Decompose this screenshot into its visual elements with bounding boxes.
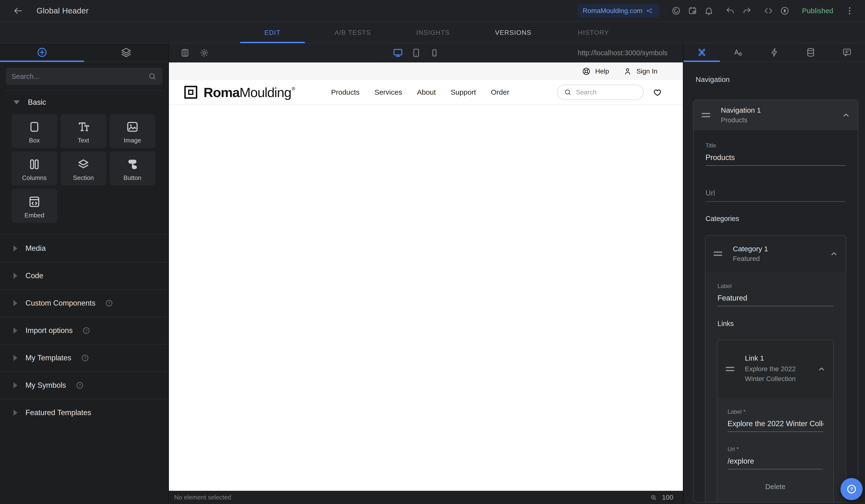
redo-icon[interactable] — [742, 6, 752, 16]
app-root: Global Header RomaMoulding.com Published — [0, 0, 865, 504]
group-my-templates[interactable]: My Templates ? — [0, 344, 168, 371]
group-my-symbols[interactable]: My Symbols ? — [0, 371, 168, 399]
category-card: Category 1 Featured Label Featured Links — [705, 235, 846, 503]
canvas-status-bar: No element selected 100 — [169, 491, 683, 504]
url-field[interactable]: Url — [693, 189, 858, 202]
device-phone-icon[interactable] — [429, 47, 440, 58]
link-url-value[interactable]: /explore — [728, 457, 823, 466]
site-signin-link[interactable]: Sign In — [636, 68, 657, 75]
target-icon[interactable] — [671, 6, 681, 16]
component-embed[interactable]: Embed — [12, 189, 57, 223]
title-field[interactable]: Title Products — [693, 142, 858, 166]
layers-icon — [120, 47, 132, 58]
drag-handle-icon[interactable] — [702, 113, 710, 117]
svg-text:?: ? — [85, 329, 88, 333]
component-columns[interactable]: Columns — [12, 151, 57, 186]
site-nav-support[interactable]: Support — [451, 88, 476, 96]
help-fab-button[interactable]: ? — [841, 478, 863, 500]
svg-text:?: ? — [108, 301, 110, 305]
link-url-field[interactable]: Url * /explore — [717, 446, 833, 469]
undo-icon[interactable] — [726, 6, 735, 16]
site-nav-services[interactable]: Services — [374, 88, 402, 96]
component-image[interactable]: Image — [109, 114, 155, 148]
canvas-toolbar: http://localhost:3000/symbols — [169, 43, 683, 62]
component-section[interactable]: Section — [60, 151, 106, 186]
group-custom-components[interactable]: Custom Components ? — [0, 289, 168, 317]
drag-handle-icon[interactable] — [714, 251, 722, 256]
link-card-header[interactable]: Link 1 Explore the 2022 Winter Collectio… — [717, 340, 833, 398]
category-label-value[interactable]: Featured — [717, 294, 834, 303]
code-icon[interactable] — [764, 6, 773, 16]
group-code[interactable]: Code — [0, 262, 168, 289]
theme-sun-icon[interactable] — [199, 48, 209, 58]
more-menu-icon[interactable] — [845, 6, 854, 16]
zoom-control[interactable]: 100 — [650, 494, 673, 501]
tab-ab-tests[interactable]: A/B TESTS — [320, 23, 385, 43]
topbar-actions: RomaMoulding.com Published — [577, 4, 854, 18]
basic-section-header[interactable]: Basic — [0, 91, 168, 113]
tab-versions[interactable]: VERSIONS — [481, 23, 546, 43]
site-search — [557, 84, 644, 100]
component-button[interactable]: Button — [109, 151, 155, 186]
publish-status[interactable]: Published — [802, 7, 833, 15]
site-nav-products[interactable]: Products — [331, 88, 359, 96]
caret-right-icon — [13, 245, 17, 251]
back-arrow-icon[interactable] — [12, 5, 23, 16]
panel-tab-comments[interactable] — [829, 43, 865, 61]
panel-tab-data[interactable] — [793, 43, 829, 61]
sidebar-groups: Media Code Custom Components ? Import op… — [0, 234, 168, 426]
drag-handle-icon[interactable] — [726, 367, 734, 371]
sidebar-tab-add[interactable] — [0, 43, 84, 61]
link-label-field[interactable]: Label * Explore the 2022 Winter Collecti… — [717, 408, 833, 432]
group-media[interactable]: Media — [0, 234, 168, 262]
embed-icon — [27, 194, 42, 209]
site-search-input[interactable] — [576, 89, 637, 96]
title-field-value[interactable]: Products — [705, 153, 846, 162]
chevron-up-icon[interactable] — [841, 110, 851, 120]
link-subtitle: Explore the 2022 Winter Collection — [745, 364, 803, 384]
site-nav-about[interactable]: About — [417, 88, 436, 96]
component-box[interactable]: Box — [12, 114, 57, 148]
site-help-link[interactable]: Help — [595, 68, 609, 75]
panel-tab-typography[interactable] — [720, 43, 756, 61]
group-featured-templates[interactable]: Featured Templates — [0, 399, 168, 426]
link-card: Link 1 Explore the 2022 Winter Collectio… — [717, 340, 834, 503]
bell-icon[interactable] — [704, 6, 714, 16]
canvas-area: http://localhost:3000/symbols Help Sign … — [168, 43, 683, 504]
calendar-clock-icon[interactable] — [688, 6, 697, 16]
device-desktop-icon[interactable] — [392, 47, 403, 58]
sidebar-tab-layers[interactable] — [84, 43, 168, 61]
wishlist-heart-icon[interactable] — [652, 87, 662, 97]
layout-columns-icon[interactable] — [180, 48, 190, 58]
help-circle-icon: ? — [105, 299, 113, 307]
navigation-card-header[interactable]: Navigation 1 Products — [693, 100, 858, 130]
svg-text:?: ? — [850, 486, 853, 492]
tab-history[interactable]: HISTORY — [561, 23, 626, 43]
lifebuoy-icon — [582, 67, 591, 76]
site-utility-bar: Help Sign In — [169, 62, 683, 80]
page-title: Global Header — [36, 6, 89, 15]
site-header: RomaMoulding® Products Services About Su… — [169, 80, 683, 105]
category-label-field[interactable]: Label Featured — [705, 283, 846, 306]
chevron-up-icon[interactable] — [817, 364, 826, 374]
search-input[interactable] — [12, 72, 148, 81]
chevron-up-icon[interactable] — [829, 249, 839, 258]
tab-edit[interactable]: EDIT — [240, 23, 305, 43]
group-import-options[interactable]: Import options ? — [0, 317, 168, 344]
site-nav-order[interactable]: Order — [491, 88, 509, 96]
preview-eye-icon[interactable] — [780, 6, 789, 16]
preview-url[interactable]: http://localhost:3000/symbols — [578, 49, 668, 57]
delete-link-button[interactable]: Delete — [717, 481, 833, 493]
device-tablet-icon[interactable] — [411, 47, 422, 58]
caret-right-icon — [13, 355, 17, 361]
sidebar-tabs — [0, 43, 168, 62]
svg-text:?: ? — [84, 356, 86, 360]
link-label-value[interactable]: Explore the 2022 Winter Collection — [728, 420, 823, 428]
panel-tab-interactions[interactable] — [756, 43, 793, 61]
tab-insights[interactable]: INSIGHTS — [401, 23, 465, 43]
category-card-header[interactable]: Category 1 Featured — [705, 236, 846, 272]
panel-tab-design[interactable] — [683, 43, 720, 61]
component-text[interactable]: Text — [60, 114, 106, 148]
site-domain-badge[interactable]: RomaMoulding.com — [577, 4, 659, 18]
site-brand[interactable]: RomaMoulding® — [184, 84, 295, 100]
